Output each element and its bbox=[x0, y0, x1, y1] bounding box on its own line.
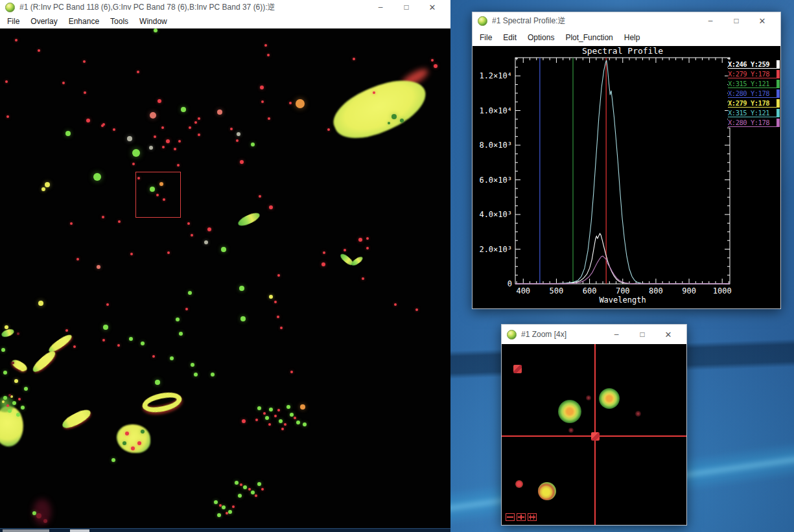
taskbar-segment[interactable] bbox=[3, 529, 49, 532]
spectral-plot-area[interactable]: Spectral Profile400500600700800900100002… bbox=[473, 46, 780, 308]
close-button[interactable]: ✕ bbox=[655, 330, 681, 339]
image-spot-red bbox=[194, 121, 197, 124]
image-blob-pill bbox=[10, 358, 29, 373]
x-axis-tick-label: 600 bbox=[583, 286, 597, 295]
spectral-profile-window: #1 Spectral Profile:逆 – □ ✕ FileEditOpti… bbox=[472, 12, 781, 309]
image-spot-red bbox=[73, 345, 76, 348]
image-spot-red bbox=[240, 483, 242, 486]
menu-item-tools[interactable]: Tools bbox=[110, 17, 128, 26]
image-spot-red bbox=[166, 139, 170, 143]
image-spot-red bbox=[323, 251, 325, 254]
image-spot-green bbox=[251, 143, 255, 146]
image-spot-red bbox=[178, 140, 181, 143]
envi-app-icon bbox=[507, 330, 517, 340]
minimize-button[interactable]: – bbox=[697, 17, 723, 25]
zoom-controls bbox=[506, 513, 537, 521]
plus-glyph-v bbox=[520, 515, 522, 520]
image-spot-red bbox=[263, 412, 266, 415]
zoom-spot-dimreddot bbox=[568, 428, 574, 433]
image-spot-red bbox=[294, 417, 296, 419]
legend-row: X:279 Y:178 bbox=[728, 98, 780, 108]
zoom-out-button[interactable] bbox=[506, 513, 515, 521]
image-spot-red bbox=[131, 446, 135, 450]
legend-row: X:315 Y:121 bbox=[728, 108, 780, 117]
image-spot-red bbox=[289, 102, 292, 104]
image-spot-red bbox=[125, 432, 129, 435]
zoom-center-marker[interactable] bbox=[591, 432, 600, 441]
menu-item-edit[interactable]: Edit bbox=[503, 33, 517, 42]
minimize-button[interactable]: – bbox=[603, 330, 629, 338]
legend-label: X:246 Y:259 bbox=[728, 60, 775, 68]
maximize-button[interactable]: □ bbox=[723, 17, 749, 25]
maximize-button[interactable]: □ bbox=[393, 3, 419, 11]
close-button[interactable]: ✕ bbox=[419, 3, 445, 12]
image-spot-gray bbox=[237, 132, 240, 136]
selection-rectangle[interactable] bbox=[135, 172, 181, 218]
y-axis-tick-label: 2.0×10³ bbox=[479, 245, 512, 254]
image-spot-red bbox=[62, 82, 65, 84]
image-spot-red bbox=[373, 91, 375, 94]
image-spot-green bbox=[303, 422, 307, 426]
taskbar-segment[interactable] bbox=[70, 529, 89, 532]
image-spot-dred bbox=[17, 332, 19, 335]
image-spot-red bbox=[394, 303, 397, 306]
image-spot-red bbox=[236, 139, 239, 142]
image-spot-red bbox=[198, 133, 200, 136]
image-spot-dred bbox=[12, 362, 14, 364]
image-spot-red bbox=[230, 128, 233, 130]
maximize-button[interactable]: □ bbox=[629, 330, 655, 338]
x-axis-tick-label: 900 bbox=[682, 286, 696, 295]
image-spot-red bbox=[102, 216, 104, 218]
image-spot-red bbox=[132, 163, 135, 165]
menu-item-help[interactable]: Help bbox=[624, 33, 640, 42]
zoom-titlebar[interactable]: #1 Zoom [4x] – □ ✕ bbox=[502, 325, 686, 344]
legend-row: X:280 Y:178 bbox=[728, 89, 780, 98]
image-blob-greentube bbox=[351, 255, 364, 267]
main-titlebar[interactable]: #1 (R:Inv PC Band 118 (6),G:Inv PC Band … bbox=[0, 0, 450, 14]
legend-swatch bbox=[776, 119, 780, 126]
menu-item-file[interactable]: File bbox=[480, 33, 492, 42]
main-menubar: FileOverlayEnhanceToolsWindow bbox=[0, 14, 450, 29]
zoom-spot-redsquare bbox=[513, 365, 522, 373]
menu-item-plot-function[interactable]: Plot_Function bbox=[565, 33, 613, 42]
spectral-titlebar[interactable]: #1 Spectral Profile:逆 – □ ✕ bbox=[473, 12, 780, 29]
taskbar[interactable] bbox=[0, 528, 450, 532]
image-viewport[interactable] bbox=[0, 29, 450, 528]
minimize-button[interactable]: – bbox=[368, 3, 393, 11]
image-blob-greentube bbox=[1, 328, 15, 338]
image-spot-red bbox=[137, 441, 141, 445]
image-spot-green bbox=[235, 481, 239, 485]
menu-item-options[interactable]: Options bbox=[528, 33, 554, 42]
image-spot-red bbox=[185, 308, 188, 310]
image-spot-red bbox=[344, 249, 346, 251]
image-spot-gray bbox=[149, 146, 153, 150]
image-spot-green bbox=[265, 416, 269, 420]
image-spot-dgreen bbox=[400, 119, 404, 122]
envi-app-icon bbox=[478, 16, 487, 26]
image-spot-red bbox=[255, 419, 258, 421]
image-spot-red bbox=[284, 423, 286, 426]
image-spot-red bbox=[366, 247, 369, 249]
menu-item-file[interactable]: File bbox=[7, 17, 19, 26]
image-spot-green bbox=[181, 107, 186, 112]
image-spot-green bbox=[32, 511, 36, 515]
image-spot-red bbox=[261, 488, 264, 491]
close-button[interactable]: ✕ bbox=[749, 17, 775, 25]
zoom-grid-button[interactable] bbox=[528, 513, 537, 521]
image-spot-green bbox=[279, 419, 283, 423]
menu-item-enhance[interactable]: Enhance bbox=[69, 17, 99, 26]
image-spot-red bbox=[232, 505, 235, 508]
legend-label: X:315 Y:121 bbox=[728, 109, 775, 117]
zoom-in-button[interactable] bbox=[517, 513, 526, 521]
menu-item-window[interactable]: Window bbox=[139, 17, 167, 26]
x-axis-tick-label: 400 bbox=[516, 286, 530, 295]
image-spot-green bbox=[3, 396, 7, 400]
grid-glyph-v2 bbox=[533, 515, 534, 520]
image-spot-dred bbox=[8, 394, 11, 397]
image-spot-green bbox=[296, 421, 300, 424]
image-spot-red bbox=[152, 355, 155, 358]
zoom-viewport[interactable] bbox=[502, 344, 686, 525]
image-spot-red bbox=[358, 238, 362, 242]
image-spot-red bbox=[268, 423, 271, 426]
menu-item-overlay[interactable]: Overlay bbox=[30, 17, 57, 26]
